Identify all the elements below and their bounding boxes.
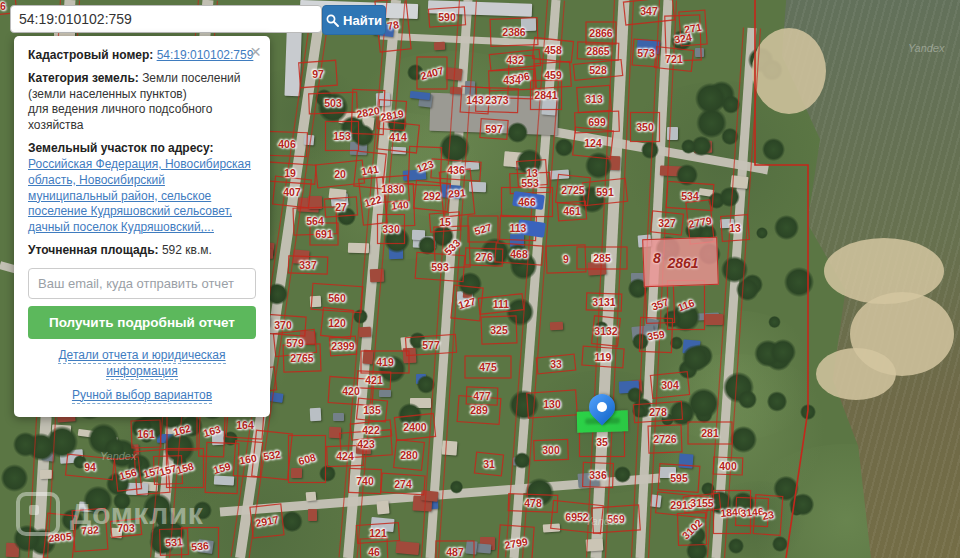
parcel-label[interactable]: 424 bbox=[336, 450, 354, 462]
parcel-label[interactable]: 325 bbox=[490, 324, 508, 336]
parcel-label[interactable]: 436 bbox=[447, 164, 465, 176]
parcel-label[interactable]: 2865 bbox=[586, 45, 609, 57]
parcel-label[interactable]: 330 bbox=[382, 223, 400, 235]
parcel-label[interactable]: 336 bbox=[589, 469, 607, 481]
parcel-label[interactable]: 2407 bbox=[419, 64, 445, 82]
parcel-label[interactable]: 422 bbox=[362, 424, 380, 436]
parcel-label[interactable]: 6952 bbox=[565, 511, 588, 523]
parcel-label[interactable]: 2819 bbox=[379, 107, 404, 123]
address-link[interactable]: Российская Федерация, Новосибирская обла… bbox=[28, 157, 251, 234]
parcel-label[interactable]: 122 bbox=[363, 193, 383, 209]
parcel-label[interactable]: 2726 bbox=[653, 433, 676, 445]
parcel-label[interactable]: 120 bbox=[328, 317, 346, 329]
parcel-label[interactable]: 113 bbox=[510, 222, 527, 234]
parcel-label[interactable]: 324 bbox=[673, 31, 692, 46]
building-parcel-label[interactable]: 2861 bbox=[667, 255, 698, 271]
parcel-label[interactable]: 534 bbox=[681, 190, 699, 202]
parcel-label[interactable]: 164 bbox=[236, 419, 254, 431]
parcel-label[interactable]: 3146 bbox=[740, 505, 764, 519]
parcel-label[interactable]: 590 bbox=[438, 11, 456, 23]
parcel-label[interactable]: 2373 bbox=[485, 94, 508, 106]
parcel-label[interactable]: 531 bbox=[165, 535, 184, 548]
email-input[interactable] bbox=[28, 268, 256, 299]
parcel-label[interactable]: 153 bbox=[333, 130, 351, 142]
parcel-label[interactable]: 407 bbox=[283, 186, 301, 198]
parcel-label[interactable]: 528 bbox=[589, 64, 607, 76]
parcel-label[interactable]: 160 bbox=[238, 452, 257, 467]
parcel-label[interactable]: 406 bbox=[278, 138, 296, 150]
parcel-label[interactable]: 274 bbox=[394, 478, 412, 490]
parcel-label[interactable]: 577 bbox=[422, 339, 440, 351]
parcel-label[interactable]: 280 bbox=[400, 449, 418, 461]
parcel-label[interactable]: 33 bbox=[550, 358, 562, 370]
parcel-label[interactable]: 20 bbox=[334, 168, 346, 180]
parcel-label[interactable]: 420 bbox=[342, 385, 360, 397]
parcel-label[interactable]: 31 bbox=[483, 458, 495, 470]
parcel-label[interactable]: 276 bbox=[475, 251, 493, 263]
parcel-label[interactable]: 527 bbox=[473, 221, 493, 237]
parcel-label[interactable]: 127 bbox=[457, 295, 477, 311]
parcel-label[interactable]: 458 bbox=[544, 44, 562, 56]
parcel-label[interactable]: 9 bbox=[563, 253, 569, 265]
parcel-label[interactable]: 3155 bbox=[690, 497, 713, 509]
parcel-label[interactable]: 23 bbox=[761, 508, 775, 522]
parcel-label[interactable]: 135 bbox=[363, 404, 381, 416]
parcel-label[interactable]: 13 bbox=[729, 222, 741, 234]
parcel-label[interactable]: 158 bbox=[175, 460, 195, 476]
parcel-label[interactable]: 143 bbox=[466, 94, 484, 106]
report-details-link[interactable]: Детали отчета и юридическая информация bbox=[28, 348, 256, 380]
parcel-label[interactable]: 313 bbox=[585, 93, 603, 105]
parcel-label[interactable]: 466 bbox=[518, 196, 536, 208]
parcel-label[interactable]: 130 bbox=[543, 398, 561, 410]
parcel-label[interactable]: 591 bbox=[596, 186, 614, 198]
parcel-label[interactable]: 740 bbox=[356, 475, 374, 487]
parcel-label[interactable]: 564 bbox=[306, 215, 324, 227]
parcel-label[interactable]: 1830 bbox=[381, 183, 404, 195]
parcel-label[interactable]: 536 bbox=[191, 539, 210, 552]
parcel-label[interactable]: 291 bbox=[448, 186, 467, 199]
parcel-label[interactable]: 421 bbox=[365, 374, 383, 386]
parcel-label[interactable]: 597 bbox=[485, 123, 503, 135]
parcel-label[interactable]: 78 bbox=[386, 18, 400, 32]
parcel-label[interactable]: 161 bbox=[137, 428, 155, 440]
parcel-label[interactable]: 2386 bbox=[502, 26, 525, 38]
parcel-label[interactable]: 3131 bbox=[592, 296, 615, 308]
parcel-label[interactable]: 532 bbox=[262, 448, 281, 463]
manual-select-link[interactable]: Ручной выбор вариантов bbox=[28, 388, 256, 404]
parcel-label[interactable]: 459 bbox=[544, 69, 562, 81]
parcel-label[interactable]: 608 bbox=[297, 451, 317, 467]
parcel-label[interactable]: 327 bbox=[658, 217, 676, 229]
parcel-label[interactable]: 159 bbox=[212, 460, 232, 476]
parcel-label[interactable]: 2725 bbox=[561, 184, 584, 196]
parcel-label[interactable]: 304 bbox=[661, 379, 679, 391]
cadastral-number-link[interactable]: 54:19:010102:759 bbox=[157, 48, 254, 62]
parcel-label[interactable]: 2400 bbox=[403, 421, 426, 433]
parcel-label[interactable]: 97 bbox=[312, 68, 324, 80]
parcel-label[interactable]: 156 bbox=[118, 466, 138, 482]
parcel-label[interactable]: 119 bbox=[595, 351, 612, 363]
parcel-label[interactable]: 475 bbox=[479, 361, 497, 373]
parcel-label[interactable]: 2779 bbox=[687, 214, 712, 230]
parcel-label[interactable]: 15 bbox=[439, 216, 451, 228]
parcel-label[interactable]: 370 bbox=[274, 319, 292, 331]
building-parcel-label[interactable]: 8 bbox=[653, 250, 661, 266]
parcel-label[interactable]: 721 bbox=[665, 53, 683, 65]
parcel-label[interactable]: 434 bbox=[503, 74, 521, 86]
parcel-label[interactable]: 27 bbox=[335, 201, 347, 213]
parcel-label[interactable]: 2805 bbox=[48, 530, 72, 544]
parcel-label[interactable]: 94 bbox=[84, 461, 96, 473]
parcel-label[interactable]: 782 bbox=[81, 523, 100, 536]
parcel-label[interactable]: 593 bbox=[431, 261, 449, 273]
parcel-label[interactable]: 124 bbox=[584, 137, 602, 149]
parcel-label[interactable]: 337 bbox=[299, 259, 317, 271]
parcel-label[interactable]: 595 bbox=[670, 472, 688, 484]
parcel-label[interactable]: 3102 bbox=[679, 516, 704, 541]
parcel-label[interactable]: 468 bbox=[510, 248, 528, 260]
parcel-label[interactable]: 423 bbox=[357, 438, 375, 450]
parcel-label[interactable]: 503 bbox=[324, 97, 342, 109]
search-input[interactable] bbox=[10, 5, 322, 33]
parcel-label[interactable]: 487 bbox=[446, 546, 464, 558]
parcel-label[interactable]: 419 bbox=[376, 356, 394, 368]
parcel-label[interactable]: 163 bbox=[202, 423, 222, 439]
parcel-label[interactable]: 478 bbox=[524, 497, 542, 509]
